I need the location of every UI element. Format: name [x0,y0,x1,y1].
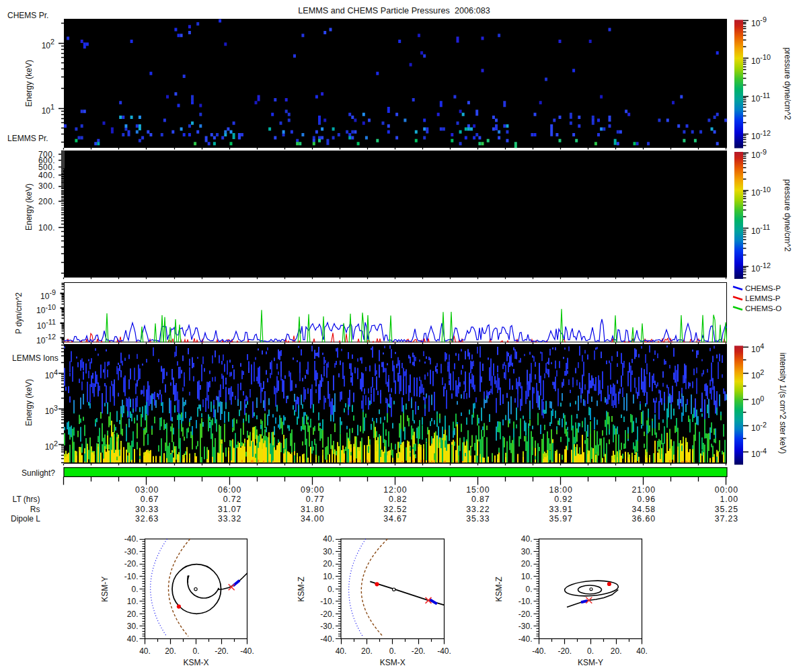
svg-text:20.: 20. [165,646,176,656]
svg-text:40.: 40. [323,534,334,544]
svg-text:CHEMS-O: CHEMS-O [745,304,781,312]
svg-text:Dipole L: Dipole L [11,514,40,523]
svg-text:1.00: 1.00 [720,495,738,504]
svg-text:18:00: 18:00 [549,485,573,495]
svg-text:10.: 10. [521,572,533,581]
svg-text:Sunlight?: Sunlight? [22,468,55,478]
svg-text:09:00: 09:00 [301,485,324,495]
svg-text:102: 102 [45,439,58,452]
svg-text:-10.: -10. [518,597,533,606]
svg-text:KSM-X: KSM-X [183,658,208,667]
svg-text:0.82: 0.82 [389,495,408,504]
svg-text:10-10: 10-10 [36,303,56,316]
svg-text:100: 100 [751,394,764,407]
svg-text:20.: 20. [611,646,622,656]
svg-text:10-10: 10-10 [751,185,771,198]
svg-text:40.: 40. [336,646,347,656]
svg-text:31.07: 31.07 [218,505,241,514]
svg-text:-40.: -40. [240,646,254,656]
svg-text:LEMMS-P: LEMMS-P [745,294,781,302]
svg-text:06:00: 06:00 [218,485,241,495]
svg-text:-40.: -40. [532,646,546,656]
svg-text:10.: 10. [127,597,139,606]
svg-text:0.: 0. [389,646,396,656]
svg-text:0.92: 0.92 [554,495,573,504]
svg-text:10.: 10. [323,572,334,581]
svg-text:-20.: -20. [558,646,572,656]
svg-text:Rs: Rs [30,505,40,514]
svg-text:-30.: -30. [320,622,334,631]
svg-text:34.00: 34.00 [301,514,324,523]
svg-text:10-11: 10-11 [37,318,56,331]
svg-text:10-10: 10-10 [751,53,771,66]
svg-text:21:00: 21:00 [632,485,656,495]
svg-text:35.97: 35.97 [549,514,573,523]
svg-text:101: 101 [42,103,54,116]
svg-text:32.52: 32.52 [383,505,407,514]
svg-text:KSM-X: KSM-X [380,658,406,667]
svg-text:10-9: 10-9 [751,148,767,161]
svg-text:34.67: 34.67 [383,514,407,523]
svg-text:-20.: -20. [518,610,533,619]
svg-text:40.: 40. [139,646,151,656]
svg-text:104: 104 [45,368,58,381]
svg-text:30.: 30. [521,547,533,556]
svg-text:03:00: 03:00 [135,485,159,495]
svg-text:-10.: -10. [124,572,139,581]
svg-text:33.32: 33.32 [218,514,241,523]
svg-text:15:00: 15:00 [466,485,490,495]
svg-text:pressure dyne/cm^2: pressure dyne/cm^2 [783,48,792,120]
svg-text:30.: 30. [127,622,139,631]
svg-text:-20.: -20. [320,610,334,619]
svg-text:-40.: -40. [437,646,451,656]
svg-text:10-11: 10-11 [751,223,770,236]
svg-text:102: 102 [42,38,54,50]
svg-text:0.87: 0.87 [471,495,490,504]
svg-text:40.: 40. [521,534,533,544]
svg-text:Energy (keV): Energy (keV) [24,183,34,230]
svg-text:CHEMS-P: CHEMS-P [745,284,781,292]
svg-text:LEMMS Ions: LEMMS Ions [12,353,59,363]
svg-text:40.: 40. [127,634,139,644]
svg-text:LEMMS and CHEMS Particle Press: LEMMS and CHEMS Particle Pressures 2006:… [298,6,490,15]
svg-text:0.67: 0.67 [141,495,159,504]
svg-text:0.72: 0.72 [223,495,242,504]
svg-text:300.: 300. [38,181,55,191]
svg-text:33.22: 33.22 [466,505,490,514]
svg-text:20.: 20. [521,559,533,569]
svg-text:0.: 0. [525,585,532,594]
svg-text:-40.: -40. [518,634,533,644]
svg-text:10-2: 10-2 [751,421,767,433]
svg-text:00:00: 00:00 [715,485,738,495]
svg-text:31.80: 31.80 [301,505,324,514]
svg-text:0.: 0. [131,585,138,594]
svg-text:-30.: -30. [518,622,533,631]
svg-text:KSM-Y: KSM-Y [578,658,603,667]
svg-text:intensity 1/(s cm^2 ster keV): intensity 1/(s cm^2 ster keV) [778,353,787,454]
svg-text:100.: 100. [38,223,55,233]
svg-text:0.77: 0.77 [306,495,325,504]
svg-text:20.: 20. [127,610,139,619]
svg-text:-10.: -10. [320,597,334,606]
svg-text:32.63: 32.63 [135,514,159,523]
svg-text:20.: 20. [323,559,334,569]
svg-text:104: 104 [751,342,764,355]
svg-text:-40.: -40. [124,534,139,544]
svg-text:10-12: 10-12 [751,261,771,274]
svg-text:12:00: 12:00 [383,485,407,495]
svg-text:P dyn/cm^2: P dyn/cm^2 [14,292,24,334]
svg-text:-20.: -20. [124,559,139,569]
svg-text:35.33: 35.33 [466,514,490,523]
svg-text:37.23: 37.23 [715,514,738,523]
svg-text:Energy (keV): Energy (keV) [24,379,34,426]
svg-text:30.33: 30.33 [135,505,159,514]
svg-text:10-11: 10-11 [751,91,770,104]
svg-text:LEMMS Pr.: LEMMS Pr. [7,134,48,143]
svg-text:103: 103 [45,404,58,417]
svg-text:0.: 0. [328,585,334,594]
svg-text:10-9: 10-9 [40,288,56,301]
svg-text:KSM-Z: KSM-Z [297,577,306,601]
svg-text:10-4: 10-4 [751,447,767,460]
svg-text:10-9: 10-9 [751,15,767,28]
svg-text:30.: 30. [323,547,334,556]
